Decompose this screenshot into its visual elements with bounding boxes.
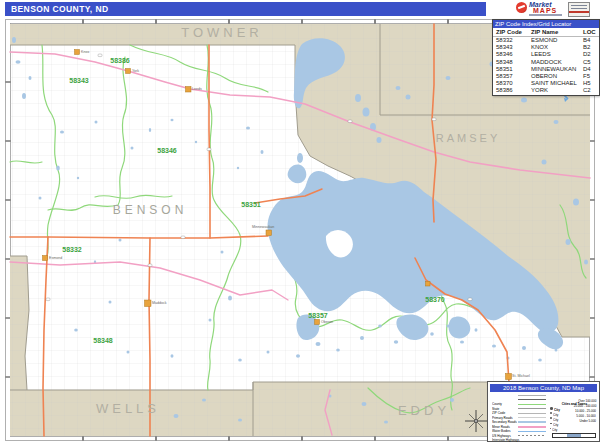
table-row: 58370 SAINT MICHAEL H5 (493, 80, 599, 87)
legend-item: Water Bodies (492, 420, 528, 424)
col-loc: LOC (583, 28, 596, 36)
table-row: 58346 LEEDS D2 (493, 51, 599, 58)
zip-label-58346: 58346 (157, 147, 177, 154)
zip-loc-cell: D4 (583, 66, 591, 73)
legend-item: Minor Roads (492, 416, 526, 420)
zip-name-cell: KNOX (531, 44, 548, 51)
zip-code-cell: 58346 (496, 51, 513, 58)
town-unnamed-south-shore (426, 282, 431, 287)
logo-contact-box (568, 2, 590, 17)
map-title: BENSON COUNTY, ND (11, 4, 108, 14)
logo-brand-bottom: MAPS (533, 7, 557, 14)
zip-code-cell: 58357 (496, 73, 513, 80)
map-title-bar: BENSON COUNTY, ND (5, 2, 486, 16)
label-benson: BENSON (113, 203, 188, 217)
col-zip-code: ZIP Code (496, 28, 522, 36)
legend-item: ZIP Code (492, 402, 517, 406)
legend-item: Rail Roads (492, 434, 521, 438)
town-minnewaukan (266, 230, 272, 236)
legend-city-row: CityUnder 5,000 (550, 419, 596, 424)
legend-city-row: City10,000 - 25,000 (550, 409, 596, 414)
legend-city-row: City5,000 - 10,000 (550, 414, 596, 419)
town-label-esmond: Esmond (49, 256, 62, 260)
table-row: 58386 YORK C2 (493, 87, 599, 94)
benson-county-map-page: { "title_bar": { "title": "BENSON COUNTY… (0, 0, 600, 442)
legend-item: Primary Roads (492, 407, 532, 411)
zip-label-58348: 58348 (93, 337, 113, 344)
town-label-oberon: Oberon (321, 320, 333, 324)
town-york (126, 69, 131, 74)
zip-code-index-table: ZIP Code Index/Grid Locator ZIP Code ZIP… (492, 19, 600, 96)
town-label-leeds: Leeds (192, 87, 202, 91)
zip-code-cell: 58386 (496, 87, 513, 94)
zip-label-58357: 58357 (308, 312, 328, 319)
col-zip-name: ZIP Name (531, 28, 558, 36)
table-row: 58332 ESMOND B4 (493, 37, 599, 44)
zip-label-58343: 58343 (69, 77, 89, 84)
zip-label-58370: 58370 (425, 296, 445, 303)
legend-item: US Highways (492, 425, 528, 429)
zip-loc-cell: F5 (583, 73, 590, 80)
table-row: 58357 OBERON F5 (493, 73, 599, 80)
legend-item: County (492, 393, 511, 397)
town-oberon (315, 320, 320, 325)
town-label-minnewaukan: Minnewaukan (252, 225, 274, 229)
town-label-knox: Knox (81, 50, 89, 54)
zip-name-cell: ESMOND (531, 37, 557, 44)
label-towner: TOWNER (181, 25, 263, 40)
scale-caption: Scale in Miles (550, 426, 596, 431)
town-maddock (145, 300, 152, 307)
publisher-logo: Market MAPS (516, 1, 590, 17)
town-label-york: York (132, 69, 139, 73)
zip-name-cell: LEEDS (531, 51, 551, 58)
logo-globe-icon (516, 2, 527, 13)
zip-code-cell: 58351 (496, 66, 513, 73)
scale-tick-end: 5 (590, 436, 600, 441)
zip-name-cell: OBERON (531, 73, 557, 80)
zip-code-cell: 58332 (496, 37, 513, 44)
zip-label-58386: 58386 (110, 57, 130, 64)
town-leeds (186, 87, 192, 93)
zip-name-cell: YORK (531, 87, 548, 94)
zip-loc-cell: B4 (583, 37, 590, 44)
zip-name-cell: MINNEWAUKAN (531, 66, 576, 73)
table-row: 58348 MADDOCK C5 (493, 59, 599, 66)
zip-code-cell: 58343 (496, 44, 513, 51)
legend-title: 2018 Benson County, ND Map (490, 384, 597, 392)
zip-code-cell: 58370 (496, 80, 513, 87)
label-eddy: EDDY (398, 403, 450, 418)
label-ramsey: RAMSEY (436, 132, 500, 144)
map-legend: 2018 Benson County, ND Map County State … (487, 381, 600, 442)
zip-loc-cell: C5 (583, 59, 591, 66)
zip-table-column-row: ZIP Code ZIP Name LOC (493, 28, 599, 37)
table-row: 58343 KNOX B2 (493, 44, 599, 51)
legend-city-row: City25,000 - 100,000 (550, 404, 596, 409)
logo-tagline-rule (529, 14, 562, 16)
table-row: 58351 MINNEWAUKAN D4 (493, 66, 599, 73)
zip-table-header: ZIP Code Index/Grid Locator (493, 20, 599, 28)
legend-item: Secondary Roads (492, 411, 540, 415)
zip-name-cell: SAINT MICHAEL (531, 80, 577, 87)
legend-city-row: CityOver 100,000 (550, 399, 596, 404)
zip-loc-cell: H5 (583, 80, 591, 87)
town-label-maddock: Maddock (152, 301, 167, 305)
town-esmond (43, 256, 48, 261)
zip-code-cell: 58348 (496, 59, 513, 66)
legend-cities-header: Cities and Towns (550, 393, 596, 398)
zip-loc-cell: D2 (583, 51, 591, 58)
zip-loc-cell: C2 (583, 87, 591, 94)
legend-item: State (492, 398, 506, 402)
zip-label-58332: 58332 (62, 246, 82, 253)
zip-label-58351: 58351 (241, 201, 261, 208)
town-label-saint-michael: St. Michael (512, 374, 530, 378)
label-wells: WELLS (96, 401, 160, 416)
town-knox (75, 50, 80, 55)
town-saint-michael (506, 374, 512, 380)
legend-item: Interstate Highways (492, 429, 545, 433)
zip-name-cell: MADDOCK (531, 59, 562, 66)
zip-loc-cell: B2 (583, 44, 590, 51)
